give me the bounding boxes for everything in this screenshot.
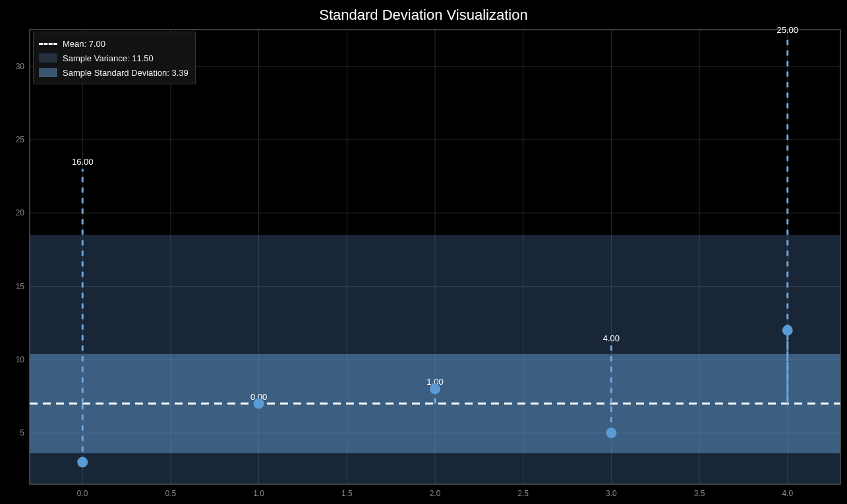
data-point (254, 399, 264, 409)
y-tick-label: 5 (20, 428, 24, 437)
data-point (77, 457, 88, 468)
deviation-label: 4.00 (603, 333, 620, 343)
y-tick-label: 25 (16, 135, 25, 144)
x-tick-label: 2.0 (430, 489, 441, 498)
data-point (430, 383, 440, 394)
x-tick-label: 3.5 (694, 489, 705, 498)
y-tick-label: 15 (16, 282, 25, 291)
deviation-label: 25.00 (777, 25, 799, 35)
x-tick-label: 1.5 (341, 489, 353, 498)
y-tick-label: 30 (16, 62, 25, 71)
legend-row-stddev: Sample Standard Deviation: 3.39 (39, 65, 189, 80)
deviation-label: 16.00 (72, 157, 94, 167)
legend-swatch-variance (39, 53, 57, 63)
data-point (782, 325, 793, 335)
y-tick-label: 20 (16, 208, 25, 217)
legend-label-mean: Mean: 7.00 (63, 39, 105, 49)
chart-title: Standard Deviation Visualization (0, 7, 847, 24)
x-tick-label: 4.0 (782, 489, 793, 498)
data-point (606, 428, 616, 438)
legend-swatch-mean (39, 39, 57, 48)
chart-container: Standard Deviation Visualization 0.00.51… (0, 0, 847, 504)
legend-swatch-stddev (39, 68, 57, 77)
legend-label-variance: Sample Variance: 11.50 (63, 53, 154, 63)
y-tick-label: 10 (16, 355, 25, 364)
legend-row-variance: Sample Variance: 11.50 (39, 51, 189, 65)
x-tick-label: 0.5 (165, 489, 177, 498)
x-tick-label: 0.0 (77, 489, 88, 498)
chart-legend: Mean: 7.00 Sample Variance: 11.50 Sample… (33, 32, 196, 84)
legend-label-stddev: Sample Standard Deviation: 3.39 (63, 68, 189, 78)
legend-row-mean: Mean: 7.00 (39, 36, 189, 51)
x-tick-label: 3.0 (606, 489, 617, 498)
x-tick-label: 2.5 (517, 489, 529, 498)
x-tick-label: 1.0 (253, 489, 264, 498)
